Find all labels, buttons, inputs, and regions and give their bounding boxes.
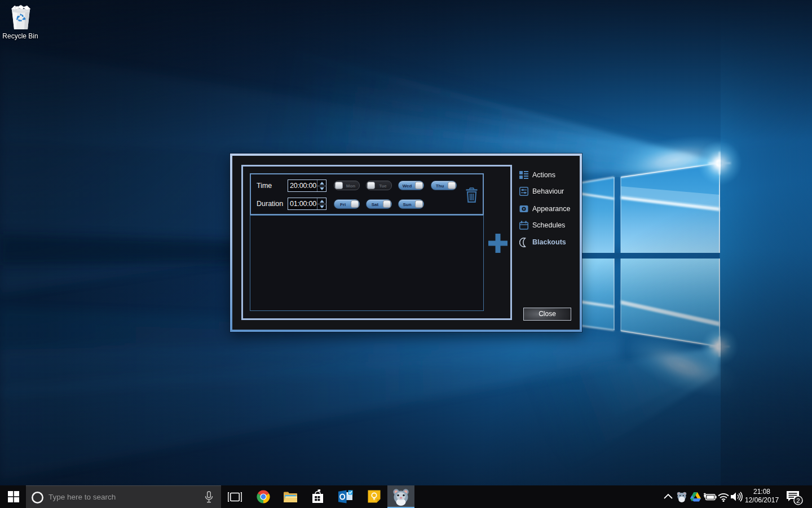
svg-text:2: 2 (796, 497, 800, 504)
